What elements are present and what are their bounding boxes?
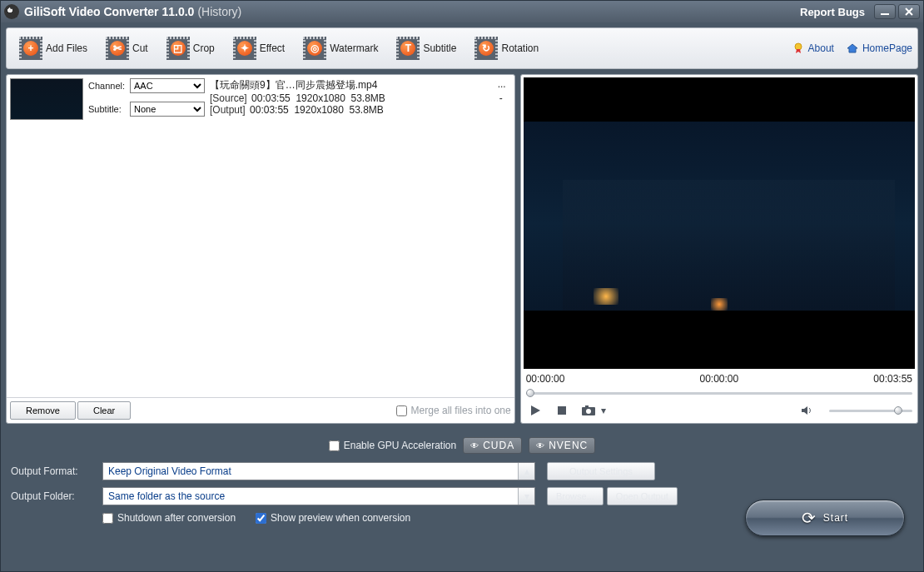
app-title-suffix: (History)	[197, 5, 241, 18]
open-output-button[interactable]: Open Output	[607, 487, 678, 505]
cut-button[interactable]: ✄ Cut	[98, 32, 156, 64]
output-folder-value: Same folder as the source	[103, 490, 518, 502]
shutdown-text: Shutdown after conversion	[117, 512, 236, 524]
rotate-icon: ↻	[479, 41, 494, 56]
chevron-up-icon[interactable]: ▴	[518, 463, 534, 480]
file-more-button[interactable]: ...	[498, 78, 511, 92]
homepage-text: HomePage	[862, 42, 912, 54]
snapshot-button[interactable]	[579, 403, 598, 418]
time-end: 00:03:55	[873, 373, 912, 385]
rotation-label: Rotation	[501, 42, 539, 54]
wand-icon: ✦	[237, 41, 252, 56]
output-format-combo[interactable]: Keep Original Video Format ▴	[102, 462, 535, 480]
clear-button[interactable]: Clear	[77, 401, 131, 420]
subtitle-meta-label: Subtitle:	[88, 104, 130, 114]
homepage-link[interactable]: HomePage	[846, 42, 912, 55]
svg-rect-2	[558, 406, 566, 415]
nvenc-badge: 👁 NVENC	[529, 437, 595, 454]
svg-point-1	[795, 43, 802, 50]
chevron-down-icon[interactable]: ▾	[518, 488, 534, 505]
time-current: 00:00:00	[699, 373, 738, 385]
source-size: 53.8MB	[351, 92, 385, 104]
merge-checkbox[interactable]	[396, 405, 407, 416]
scissors-icon: ✄	[110, 41, 125, 56]
subtitle-select[interactable]: None	[130, 102, 205, 117]
output-folder-combo[interactable]: Same folder as the source ▾	[102, 487, 535, 505]
merge-checkbox-label[interactable]: Merge all files into one	[396, 405, 511, 416]
crop-icon: ◰	[171, 41, 186, 56]
minimize-button[interactable]	[874, 4, 896, 19]
app-icon	[4, 4, 19, 19]
rotation-button[interactable]: ↻ Rotation	[467, 32, 546, 64]
stop-button[interactable]	[553, 403, 571, 418]
output-resolution: 1920x1080	[294, 104, 343, 116]
watermark-button[interactable]: ◎ Watermark	[296, 32, 385, 64]
add-files-label: Add Files	[46, 42, 87, 54]
remove-button[interactable]: Remove	[10, 401, 76, 420]
file-list-panel: Channel: AAC Subtitle: None 【玩命關頭9】官…同步震…	[6, 74, 515, 424]
merge-text: Merge all files into one	[411, 405, 511, 416]
source-duration: 00:03:55	[251, 92, 291, 104]
effect-label: Effect	[260, 42, 285, 54]
about-text: About	[808, 42, 834, 54]
source-tag: [Source]	[210, 92, 247, 104]
shutdown-checkbox[interactable]	[102, 513, 113, 524]
output-folder-label: Output Folder:	[11, 490, 102, 502]
svg-rect-0	[881, 13, 889, 15]
crop-button[interactable]: ◰ Crop	[159, 32, 222, 64]
home-icon	[846, 42, 859, 55]
start-button[interactable]: ⟳ Start	[745, 500, 905, 536]
source-dash: -	[499, 92, 511, 104]
time-start: 00:00:00	[526, 373, 565, 385]
watermark-label: Watermark	[330, 42, 378, 54]
seek-slider[interactable]	[526, 388, 912, 398]
svg-rect-5	[585, 405, 589, 408]
text-icon: T	[400, 41, 415, 56]
shutdown-checkbox-label[interactable]: Shutdown after conversion	[102, 512, 236, 524]
output-duration: 00:03:55	[250, 104, 289, 116]
refresh-icon: ⟳	[802, 508, 817, 528]
plus-icon: +	[23, 41, 38, 56]
output-format-value: Keep Original Video Format	[103, 465, 518, 477]
output-format-label: Output Format:	[11, 465, 102, 477]
add-files-button[interactable]: + Add Files	[12, 32, 95, 64]
subtitle-label: Subtitle	[423, 42, 456, 54]
file-row[interactable]: Channel: AAC Subtitle: None 【玩命關頭9】官…同步震…	[7, 75, 514, 128]
cut-label: Cut	[132, 42, 148, 54]
toolbar: + Add Files ✄ Cut ◰ Crop ✦ Effect ◎ Wate…	[6, 27, 918, 69]
file-thumbnail	[10, 78, 83, 120]
channel-select[interactable]: AAC	[130, 78, 205, 93]
output-size: 53.8MB	[350, 104, 384, 116]
preview-checkbox[interactable]	[256, 513, 266, 524]
channel-label: Channel:	[88, 81, 130, 91]
file-name: 【玩命關頭9】官…同步震撼登場.mp4	[210, 78, 377, 92]
close-button[interactable]	[898, 4, 920, 19]
gpu-text: Enable GPU Acceleration	[344, 440, 456, 451]
volume-slider[interactable]	[829, 410, 912, 412]
source-resolution: 1920x1080	[296, 92, 345, 104]
preview-panel: 00:00:00 00:00:00 00:03:55 ▾	[520, 74, 918, 424]
browse-button[interactable]: Browse...	[547, 487, 604, 505]
svg-point-4	[586, 409, 591, 414]
preview-checkbox-label[interactable]: Show preview when conversion	[256, 512, 410, 524]
video-area[interactable]	[524, 77, 915, 369]
app-title: GiliSoft Video Converter 11.0.0	[24, 5, 194, 18]
about-link[interactable]: About	[792, 42, 834, 55]
preview-text: Show preview when conversion	[271, 512, 410, 524]
output-settings-button[interactable]: Output Settings	[547, 462, 655, 480]
crop-label: Crop	[193, 42, 215, 54]
titlebar: GiliSoft Video Converter 11.0.0 (History…	[1, 1, 923, 22]
subtitle-button[interactable]: T Subtitle	[389, 32, 464, 64]
output-tag: [Output]	[210, 104, 246, 116]
report-bugs-link[interactable]: Report Bugs	[800, 6, 865, 18]
gpu-checkbox[interactable]	[329, 440, 340, 451]
gpu-checkbox-label[interactable]: Enable GPU Acceleration	[329, 440, 456, 451]
start-label: Start	[823, 512, 848, 524]
volume-icon[interactable]	[797, 403, 816, 418]
drop-icon: ◎	[307, 41, 322, 56]
play-button[interactable]	[526, 403, 544, 418]
cuda-badge: 👁 CUDA	[463, 437, 522, 454]
award-icon	[792, 42, 805, 55]
effect-button[interactable]: ✦ Effect	[226, 32, 292, 64]
